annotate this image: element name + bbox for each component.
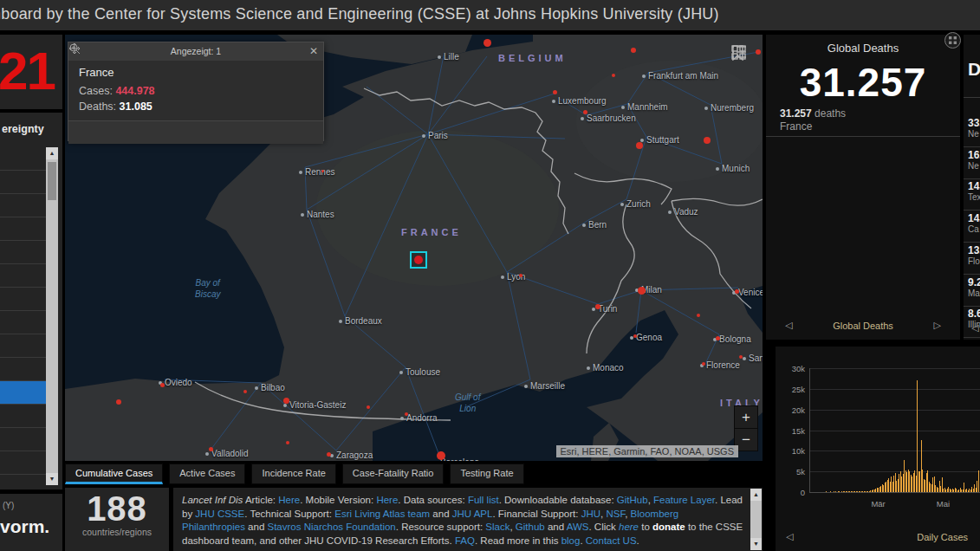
close-icon[interactable]: ✕ [309,45,318,57]
country-list-row[interactable] [0,475,46,485]
expand-icon[interactable] [944,32,961,49]
case-marker[interactable] [631,48,636,53]
info-link[interactable]: Contact US [586,535,637,546]
selected-country-marker[interactable] [410,251,427,269]
info-link[interactable]: JHU [581,509,600,519]
info-link[interactable]: JHU CSSE [195,509,244,519]
country-list-row[interactable] [0,288,46,311]
city-dot [339,320,342,323]
map-city-label: Bern [588,220,607,230]
country-list-row[interactable] [0,147,46,171]
info-link[interactable]: Feature Layer [653,495,715,505]
map-attribution: Esri, HERE, Garmin, FAO, NOAA, USGS [556,445,738,457]
country-list-row[interactable] [0,358,46,381]
scroll-up-icon[interactable]: ▲ [750,489,762,501]
scroll-down-icon[interactable]: ▼ [46,473,58,485]
total-cases-number: 21 [0,40,55,101]
map-city-label: Turin [598,304,617,314]
tab-case-fatality-ratio[interactable]: Case-Fatality Ratio [342,463,445,484]
case-marker[interactable] [405,412,408,416]
case-marker[interactable] [437,451,445,460]
popup-header-label: Angezeigt: 1 [68,46,323,56]
country-list-row[interactable] [0,171,46,194]
country-list-row[interactable] [0,334,46,358]
info-link[interactable]: Here [376,495,398,505]
country-list[interactable] [0,147,46,485]
case-marker[interactable] [739,355,743,359]
region-deaths-value: 13. [968,244,980,256]
map[interactable]: LilleParisRennesNantesBordeauxToulouseMa… [65,35,763,461]
case-marker[interactable] [636,142,643,149]
case-marker[interactable] [595,304,600,309]
country-list-row[interactable] [0,428,46,451]
zoom-in-button[interactable]: + [735,406,757,428]
info-link[interactable]: here [619,522,639,532]
info-link[interactable]: GitHub [617,495,648,505]
case-marker[interactable] [756,49,761,55]
map-city-label: Nuremberg [711,103,754,113]
tab-active-cases[interactable]: Active Cases [169,463,245,484]
info-link[interactable]: blog [561,535,581,546]
case-marker[interactable] [583,110,587,114]
case-marker[interactable] [283,398,289,404]
tab-cumulative-cases[interactable]: Cumulative Cases [65,463,163,484]
map-city-label: Florence [706,360,740,370]
case-marker[interactable] [327,452,331,457]
case-marker[interactable] [160,383,165,387]
country-list-row[interactable] [0,405,46,428]
info-link[interactable]: Full list [468,495,499,505]
country-list-row[interactable] [0,451,46,475]
case-marker[interactable] [702,362,705,366]
country-list-row[interactable] [0,217,46,241]
info-link[interactable]: Esri Living Atlas team [334,509,430,519]
map-city-label: Stuttgart [646,135,679,145]
country-list-row[interactable] [0,241,46,264]
info-link[interactable]: Slack [485,522,509,532]
case-marker[interactable] [716,336,720,340]
info-link[interactable]: NSF [606,509,625,519]
scroll-up-icon[interactable]: ▲ [46,147,58,159]
next-page-icon[interactable]: ▷ [934,320,941,331]
case-marker[interactable] [735,289,739,294]
country-list-scrollbar[interactable]: ▲ ▼ [46,147,58,485]
case-marker[interactable] [519,274,522,277]
info-scrollbar[interactable]: ▲ ▼ [750,489,762,550]
country-list-row[interactable] [0,381,46,405]
info-link[interactable]: Here [278,495,300,505]
scrollbar-thumb[interactable] [48,162,56,200]
case-marker[interactable] [638,287,646,295]
case-marker[interactable] [697,314,700,317]
prev-page-icon[interactable]: ◁ [786,531,793,542]
info-link[interactable]: JHU APL [452,509,493,519]
country-list-row[interactable] [0,264,46,288]
country-list-row[interactable] [0,194,46,217]
title-bar: hboard by the Center for Systems Science… [0,0,980,30]
case-marker[interactable] [321,170,324,172]
tab-incidence-rate[interactable]: Incidence Rate [251,463,335,484]
case-marker[interactable] [116,399,121,405]
case-marker[interactable] [209,447,213,451]
case-marker[interactable] [612,74,615,77]
info-link[interactable]: Github [516,522,545,532]
case-marker[interactable] [484,39,491,47]
case-marker[interactable] [633,334,637,338]
last-updated-header: (Y) [3,501,14,510]
case-marker[interactable] [286,441,289,444]
case-marker[interactable] [704,137,711,144]
info-text: Lancet Inf Dis Article: Here. Mobile Ver… [182,494,743,548]
prev-page-icon[interactable]: ◁ [971,322,978,334]
global-deaths-region: France [780,120,812,133]
country-list-row[interactable] [0,311,46,334]
info-link[interactable]: AWS [567,522,589,532]
case-marker[interactable] [367,405,370,409]
daily-cases-panel: 05k10k15k20k25k30k MärMai ◁ Daily Cases [776,347,980,551]
tab-testing-rate[interactable]: Testing Rate [450,463,523,484]
map-city-label: Monaco [593,363,624,373]
info-link[interactable]: Stavros Niarchos Foundation [267,522,395,532]
info-link[interactable]: FAQ [455,535,475,546]
city-dot [743,357,746,360]
global-deaths-nav: ◁ Global Deaths ▷ [766,319,960,334]
scroll-down-icon[interactable]: ▼ [750,538,762,550]
case-marker[interactable] [553,90,557,94]
case-marker[interactable] [243,390,247,393]
